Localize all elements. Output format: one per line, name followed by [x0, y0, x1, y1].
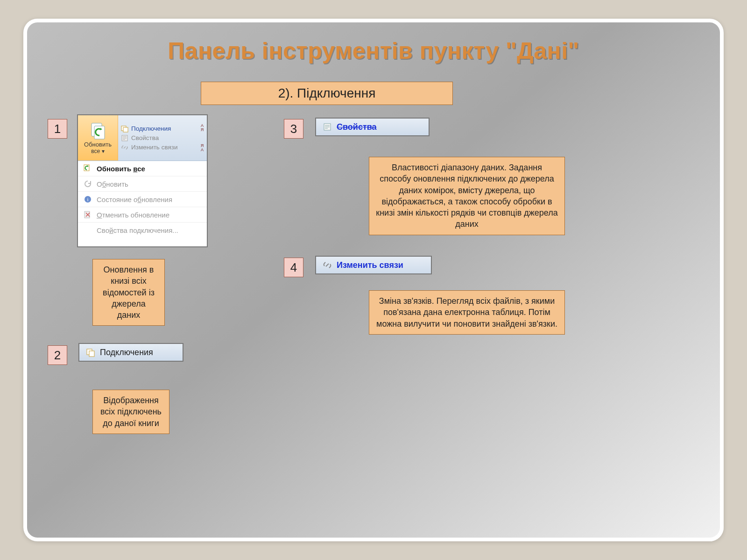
refresh-menu-icon	[84, 180, 92, 188]
svg-rect-10	[89, 351, 94, 357]
menu-refresh-label: Обновить	[97, 180, 128, 188]
link-icon	[323, 260, 332, 270]
slide-title: Панель інструментів пункту "Дані"	[23, 37, 724, 64]
refresh-all-menu-icon	[84, 164, 92, 173]
edit-links-button-label: Изменить связи	[337, 260, 403, 270]
side-edit-links[interactable]: Изменить связи	[121, 144, 204, 151]
side-connections[interactable]: Подключения	[121, 125, 204, 133]
svg-rect-8	[85, 211, 90, 218]
menu-refresh-status[interactable]: i Состояние обновления	[78, 191, 207, 207]
info-icon: i	[84, 195, 92, 203]
subtitle-box: 2). Підключення	[201, 82, 453, 105]
svg-text:i: i	[87, 196, 88, 202]
svg-rect-3	[123, 127, 128, 132]
badge-2-text: 2	[54, 348, 61, 363]
side-edit-links-label: Изменить связи	[131, 144, 177, 151]
connections-icon	[86, 348, 95, 357]
edit-links-button[interactable]: Изменить связи	[315, 256, 432, 274]
ribbon-top: Обновить все ▾ Подключения Свойства	[78, 115, 207, 161]
blank-icon	[84, 226, 92, 234]
properties-button[interactable]: Свойства	[315, 118, 430, 136]
sort-za-icon: ЯА	[199, 144, 205, 152]
badge-1-text: 1	[54, 122, 61, 136]
badge-4: 4	[284, 258, 303, 277]
menu-refresh-all-label: Обновить все	[97, 165, 145, 173]
ribbon-connections-group: Обновить все ▾ Подключения Свойства	[77, 114, 208, 247]
connections-icon	[121, 125, 128, 133]
sort-strip: АЯ ЯА	[199, 118, 205, 158]
refresh-dropdown-menu: Обновить все Обновить i Состояние обновл…	[78, 161, 207, 238]
menu-cancel-refresh[interactable]: Отменить обновление	[78, 207, 207, 222]
properties-button-label: Свойства	[337, 122, 377, 132]
subtitle-text: 2). Підключення	[278, 86, 376, 101]
side-properties-label: Свойства	[131, 134, 159, 141]
badge-3: 3	[284, 119, 303, 139]
badge-3-text: 3	[290, 122, 297, 136]
menu-cancel-refresh-label: Отменить обновление	[97, 211, 169, 219]
properties-icon	[121, 134, 128, 142]
ribbon-side-buttons: Подключения Свойства Изменить связи	[118, 115, 207, 161]
refresh-all-label-1: Обновить	[84, 141, 112, 148]
description-4: Зміна зв'язків. Перегляд всіх файлів, з …	[369, 290, 565, 335]
description-1: Оновлення в книзі всіх відомостей із дже…	[92, 259, 165, 326]
menu-refresh-all[interactable]: Обновить все	[78, 161, 207, 176]
refresh-icon	[89, 121, 107, 140]
menu-connection-properties[interactable]: Свойства подключения...	[78, 222, 207, 238]
badge-4-text: 4	[290, 260, 297, 275]
properties-icon	[323, 122, 332, 132]
menu-connection-properties-label: Свойства подключения...	[97, 226, 178, 234]
link-icon	[121, 144, 128, 151]
cancel-refresh-icon	[84, 210, 92, 219]
menu-refresh-status-label: Состояние обновления	[97, 196, 172, 203]
refresh-all-button[interactable]: Обновить все ▾	[78, 115, 118, 161]
badge-1: 1	[48, 119, 67, 139]
sort-az-icon: АЯ	[199, 124, 205, 132]
badge-2: 2	[48, 345, 67, 365]
menu-refresh[interactable]: Обновить	[78, 176, 207, 191]
refresh-all-label-2: все ▾	[91, 148, 104, 154]
side-properties[interactable]: Свойства	[121, 134, 204, 142]
description-3: Властивості діапазону даних. Задання спо…	[369, 157, 565, 235]
slide: Панель інструментів пункту "Дані" 2). Пі…	[23, 19, 724, 541]
description-2: Відображення всіх підключень до даної кн…	[92, 390, 169, 434]
connections-button-label: Подключения	[100, 348, 153, 357]
connections-button[interactable]: Подключения	[78, 343, 183, 362]
side-connections-label: Подключения	[131, 125, 171, 132]
